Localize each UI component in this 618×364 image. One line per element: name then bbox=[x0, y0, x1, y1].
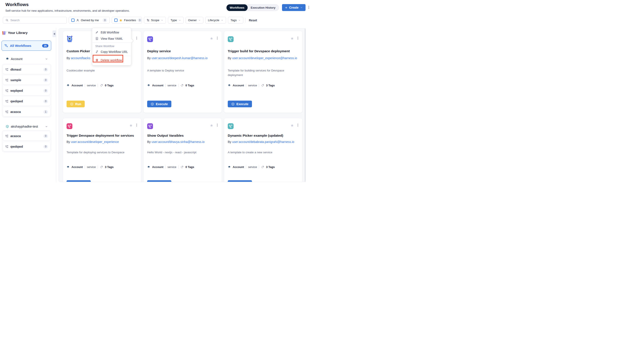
card-kebab-menu-icon[interactable] bbox=[215, 36, 219, 40]
sidebar-section-account[interactable]: Account bbox=[6, 57, 48, 61]
favorite-star-icon[interactable] bbox=[210, 37, 213, 40]
favorite-star-icon[interactable] bbox=[290, 37, 294, 40]
page-subtitle: Self-service hub for new applications, i… bbox=[5, 9, 130, 12]
menu-share-section-label: Share Workflow bbox=[92, 44, 131, 49]
run-button[interactable]: Run bbox=[67, 101, 85, 107]
sidebar-item-all-workflows[interactable]: All Workflows 25 bbox=[1, 40, 51, 51]
owner-link[interactable]: user:account/deepesh.kumar@harness.io bbox=[151, 56, 207, 60]
chevron-down-icon bbox=[45, 125, 48, 128]
card-kebab-menu-icon[interactable] bbox=[135, 123, 138, 127]
owner-link[interactable]: user:account/debabrata.panigrahi@harness… bbox=[232, 140, 294, 143]
sidebar-item-qwdqwd-2[interactable]: qwdqwd 0 bbox=[3, 142, 50, 151]
execute-button[interactable]: Execute bbox=[228, 180, 252, 182]
execute-button-label: Execute bbox=[156, 102, 168, 106]
workflow-card-icon bbox=[147, 36, 153, 42]
scope-dropdown[interactable]: Scope bbox=[144, 17, 166, 24]
workflow-card-trigger-build[interactable]: Trigger build for Devspace deployment By… bbox=[224, 31, 303, 113]
page-title: Workflows bbox=[5, 2, 29, 7]
owner-link[interactable]: user:account/developer_experience@harnes… bbox=[232, 56, 297, 60]
lifecycle-dropdown[interactable]: Lifecycle bbox=[205, 17, 226, 24]
card-tags: 3 Tags bbox=[266, 84, 275, 87]
card-owner-line: By user:account/debabrata.panigrahi@harn… bbox=[228, 140, 299, 144]
search-icon bbox=[5, 19, 9, 22]
sidebar-item-label: acasca bbox=[10, 110, 21, 114]
favorite-star-icon[interactable] bbox=[210, 124, 213, 127]
execute-button-label: Execute bbox=[156, 182, 168, 182]
tag-icon bbox=[180, 84, 183, 87]
workflow-tree-icon bbox=[5, 100, 8, 103]
menu-item-delete-workflow[interactable]: Delete workflow bbox=[92, 57, 131, 64]
card-type: service bbox=[167, 84, 176, 87]
favorites-filter[interactable]: Favorites 0 bbox=[112, 17, 142, 24]
card-footer: Account service 3 Tags bbox=[228, 165, 275, 169]
card-description: A template to Deploy service bbox=[147, 68, 218, 73]
workflow-card-dynamic-picker[interactable]: Dynamic Picker example (updated) By user… bbox=[224, 118, 303, 182]
panel-scrollbar[interactable] bbox=[305, 28, 305, 182]
workflow-flow-icon bbox=[4, 44, 8, 48]
owner-link[interactable]: user:account/bhavya.sinha@harness.io bbox=[151, 140, 204, 143]
card-footer: Account service 0 Tags bbox=[147, 165, 194, 169]
card-tags: 3 Tags bbox=[266, 165, 275, 169]
run-button-label: Run bbox=[75, 102, 81, 106]
owner-link[interactable]: account/backs bbox=[71, 56, 90, 60]
owned-by-me-checkbox[interactable] bbox=[71, 19, 75, 22]
owner-dropdown[interactable]: Owner bbox=[186, 17, 203, 24]
owner-link[interactable]: user:account/developer_experience bbox=[71, 140, 119, 143]
type-dropdown[interactable]: Type bbox=[168, 17, 183, 24]
page-kebab-menu-icon[interactable] bbox=[307, 5, 309, 9]
favorite-star-icon[interactable] bbox=[290, 124, 294, 127]
workflow-card-deploy-service[interactable]: Deploy service By user:account/deepesh.k… bbox=[143, 31, 222, 113]
tab-execution-history[interactable]: Execution History bbox=[247, 4, 279, 11]
card-type: service bbox=[87, 84, 96, 87]
execute-button[interactable]: Execute bbox=[67, 180, 91, 182]
card-type: service bbox=[248, 165, 257, 169]
create-button[interactable]: Create bbox=[282, 4, 306, 11]
sidebar-item-wqdqwd[interactable]: wqdqwd 0 bbox=[3, 86, 50, 95]
search-box[interactable] bbox=[3, 17, 67, 24]
sidebar-section-akshayphadke-test[interactable]: akshayphadke-test bbox=[6, 125, 48, 128]
execute-button[interactable]: Execute bbox=[147, 101, 171, 107]
card-scope: Account bbox=[71, 84, 83, 87]
card-scope: Account bbox=[71, 165, 83, 169]
plus-icon bbox=[285, 6, 288, 9]
tags-dropdown-label: Tags bbox=[230, 19, 237, 22]
menu-item-edit-workflow[interactable]: Edit Workflow bbox=[92, 29, 131, 35]
card-footer: Account service 0 Tags bbox=[67, 84, 113, 87]
menu-item-copy-workflow-url[interactable]: Copy Workflow URL bbox=[92, 49, 131, 55]
sidebar-item-qwdqwd[interactable]: qwdqwd 0 bbox=[3, 97, 50, 106]
tags-dropdown[interactable]: Tags bbox=[228, 17, 243, 24]
favorite-star-icon[interactable] bbox=[129, 124, 133, 127]
sidebar-collapse-button[interactable] bbox=[53, 30, 56, 37]
search-input[interactable] bbox=[10, 19, 64, 22]
tag-icon bbox=[261, 166, 264, 169]
execute-button-label: Execute bbox=[236, 102, 248, 106]
card-kebab-menu-icon[interactable] bbox=[296, 123, 300, 127]
workflow-card-trigger-devspace[interactable]: Trigger Devspace deployment for services… bbox=[63, 118, 141, 182]
card-kebab-menu-icon[interactable] bbox=[135, 36, 138, 40]
chevron-down-icon bbox=[300, 6, 303, 9]
sidebar-item-sample[interactable]: sample 0 bbox=[3, 76, 50, 85]
layers-icon bbox=[67, 84, 69, 87]
layers-icon bbox=[228, 84, 231, 87]
favorites-checkbox[interactable] bbox=[114, 19, 118, 22]
cube-icon bbox=[6, 125, 9, 128]
execute-button[interactable]: Execute bbox=[228, 101, 252, 107]
workflow-card-show-output-varaibles[interactable]: Show Output Varaibles By user:account/bh… bbox=[143, 118, 222, 182]
card-kebab-menu-icon[interactable] bbox=[296, 36, 300, 40]
owned-by-me-filter[interactable]: Owned by me 0 bbox=[69, 17, 110, 24]
sidebar-item-dkmasl[interactable]: dkmasl 0 bbox=[3, 65, 50, 74]
filter-bar: Owned by me 0 Favorites 0 Scope Type Own… bbox=[3, 17, 258, 24]
layers-icon bbox=[147, 166, 150, 169]
monster-logo-icon bbox=[67, 35, 73, 43]
card-kebab-menu-icon[interactable] bbox=[215, 123, 219, 127]
tab-workflows[interactable]: Workflows bbox=[227, 4, 248, 11]
sidebar-divider bbox=[56, 28, 56, 182]
item-count-badge: 0 bbox=[43, 89, 48, 93]
reset-button[interactable]: Reset bbox=[247, 19, 258, 22]
execute-button[interactable]: Execute bbox=[147, 180, 171, 182]
play-circle-icon bbox=[70, 182, 73, 182]
sidebar-item-acasca-2[interactable]: acasca 0 bbox=[3, 131, 50, 141]
chevron-down-icon bbox=[178, 19, 181, 22]
sidebar-item-acasca[interactable]: acasca 1 bbox=[3, 107, 50, 116]
menu-item-view-raw-yaml[interactable]: View Raw YAML bbox=[92, 35, 131, 42]
